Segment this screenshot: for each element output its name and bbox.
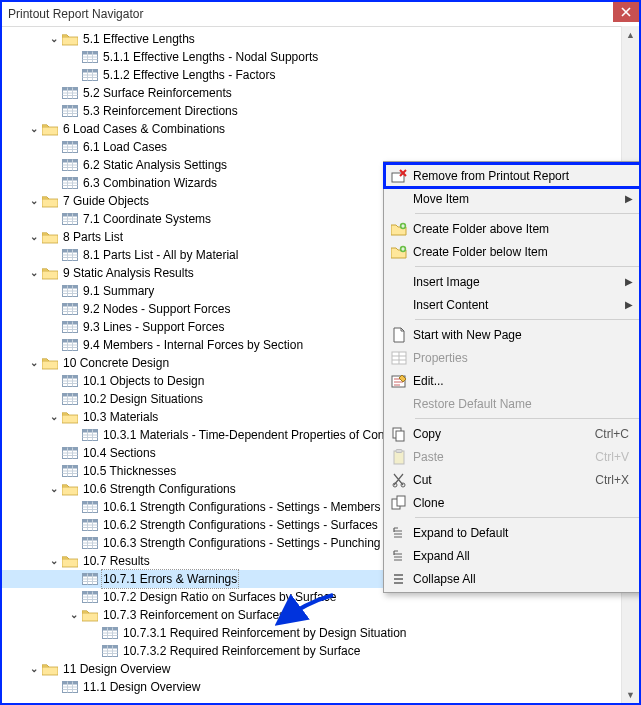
menu-item[interactable]: Insert Image▶ [385, 270, 641, 293]
chevron-down-icon[interactable]: ⌄ [68, 606, 80, 624]
menu-item-label: Expand All [413, 549, 635, 563]
remove-icon [385, 168, 413, 184]
chevron-down-icon[interactable]: ⌄ [48, 30, 60, 48]
scroll-up-button[interactable]: ▲ [622, 26, 639, 43]
tree-item[interactable]: 6.1 Load Cases [2, 138, 622, 156]
table-icon [82, 68, 98, 82]
tree-item-label: 5.1.2 Effective Lengths - Factors [102, 66, 277, 84]
svg-rect-145 [103, 646, 118, 649]
tree-item[interactable]: 5.1.2 Effective Lengths - Factors [2, 66, 622, 84]
menu-item[interactable]: Create Folder above Item [385, 217, 641, 240]
chevron-down-icon[interactable]: ⌄ [48, 552, 60, 570]
tree-item-label: 10.5 Thicknesses [82, 462, 177, 480]
tree-item-label: 6.2 Static Analysis Settings [82, 156, 228, 174]
menu-item[interactable]: CopyCtrl+C [385, 422, 641, 445]
menu-separator [415, 418, 639, 419]
table-icon [62, 680, 78, 694]
menu-item[interactable]: Expand to Default [385, 521, 641, 544]
folder-icon [62, 554, 78, 568]
tree-item-label: 9.3 Lines - Support Forces [82, 318, 225, 336]
chevron-down-icon[interactable]: ⌄ [48, 480, 60, 498]
menu-item-label: Expand to Default [413, 526, 635, 540]
svg-rect-13 [63, 88, 78, 91]
tree-item-label: 10.6 Strength Configurations [82, 480, 237, 498]
table-icon [62, 338, 78, 352]
table-icon [62, 374, 78, 388]
svg-rect-43 [63, 214, 78, 217]
tree-folder[interactable]: ⌄5.1 Effective Lengths [2, 30, 622, 48]
table-icon [62, 320, 78, 334]
svg-rect-139 [103, 628, 118, 631]
table-icon [82, 500, 98, 514]
close-button[interactable] [613, 2, 639, 22]
menu-item: PasteCtrl+V [385, 445, 641, 468]
svg-rect-37 [63, 178, 78, 181]
svg-rect-171 [397, 496, 405, 506]
tree-item[interactable]: 10.7.3.1 Required Reinforcement by Desig… [2, 624, 622, 642]
svg-rect-97 [63, 448, 78, 451]
menu-item[interactable]: Collapse All [385, 567, 641, 590]
tree-item-label: 8 Parts List [62, 228, 124, 246]
menu-item-shortcut: Ctrl+V [595, 450, 635, 464]
menu-item-label: Clone [413, 496, 635, 510]
menu-item[interactable]: Move Item▶ [385, 187, 641, 210]
tree-item[interactable]: 5.2 Surface Reinforcements [2, 84, 622, 102]
chevron-down-icon[interactable]: ⌄ [28, 120, 40, 138]
menu-separator [415, 213, 639, 214]
svg-rect-91 [83, 430, 98, 433]
tree-item-label: 10 Concrete Design [62, 354, 170, 372]
tree-item[interactable]: 10.7.3.2 Required Reinforcement by Surfa… [2, 642, 622, 660]
tree-item[interactable]: 5.1.1 Effective Lengths - Nodal Supports [2, 48, 622, 66]
table-icon [62, 302, 78, 316]
table-icon [62, 140, 78, 154]
tree-item-label: 10.4 Sections [82, 444, 157, 462]
chevron-down-icon[interactable]: ⌄ [48, 408, 60, 426]
menu-item[interactable]: Start with New Page [385, 323, 641, 346]
tree-folder[interactable]: ⌄11 Design Overview [2, 660, 622, 678]
folder-icon [42, 194, 58, 208]
tree-item[interactable]: 11.1 Design Overview [2, 678, 622, 696]
chevron-down-icon[interactable]: ⌄ [28, 660, 40, 678]
menu-item[interactable]: Create Folder below Item [385, 240, 641, 263]
menu-item[interactable]: Remove from Printout Report [385, 164, 641, 187]
tree-folder[interactable]: ⌄10.7.3 Reinforcement on Surfaces [2, 606, 622, 624]
chevron-down-icon[interactable]: ⌄ [28, 264, 40, 282]
chevron-down-icon[interactable]: ⌄ [28, 228, 40, 246]
table-icon [102, 644, 118, 658]
edit-icon [385, 374, 413, 388]
scroll-down-button[interactable]: ▼ [622, 686, 639, 703]
submenu-arrow-icon: ▶ [623, 276, 635, 287]
chevron-down-icon[interactable]: ⌄ [28, 192, 40, 210]
svg-rect-121 [83, 538, 98, 541]
table-icon [62, 284, 78, 298]
table-icon [82, 50, 98, 64]
menu-item[interactable]: Edit... [385, 369, 641, 392]
table-icon [62, 176, 78, 190]
tree-item-label: 11 Design Overview [62, 660, 171, 678]
tree-item-label: 10.7.3.1 Required Reinforcement by Desig… [122, 624, 408, 642]
menu-item[interactable]: Insert Content▶ [385, 293, 641, 316]
tree-item-label: 10.1 Objects to Design [82, 372, 205, 390]
svg-rect-115 [83, 520, 98, 523]
menu-item[interactable]: Expand All [385, 544, 641, 567]
clone-icon [385, 495, 413, 511]
svg-rect-25 [63, 142, 78, 145]
tree-item-label: 10.6.1 Strength Configurations - Setting… [102, 498, 381, 516]
tree-item-label: 6.1 Load Cases [82, 138, 168, 156]
menu-item-label: Edit... [413, 374, 635, 388]
menu-separator [415, 266, 639, 267]
table-icon [82, 536, 98, 550]
svg-rect-127 [83, 574, 98, 577]
table-icon [82, 428, 98, 442]
menu-item[interactable]: Clone [385, 491, 641, 514]
submenu-arrow-icon: ▶ [623, 299, 635, 310]
menu-item-label: Properties [413, 351, 635, 365]
menu-item[interactable]: CutCtrl+X [385, 468, 641, 491]
chevron-down-icon[interactable]: ⌄ [28, 354, 40, 372]
menu-separator [415, 517, 639, 518]
tree-folder[interactable]: ⌄6 Load Cases & Combinations [2, 120, 622, 138]
menu-item-label: Restore Default Name [413, 397, 635, 411]
menu-item-shortcut: Ctrl+X [595, 473, 635, 487]
tree-item[interactable]: 5.3 Reinforcement Directions [2, 102, 622, 120]
props-icon [385, 351, 413, 365]
